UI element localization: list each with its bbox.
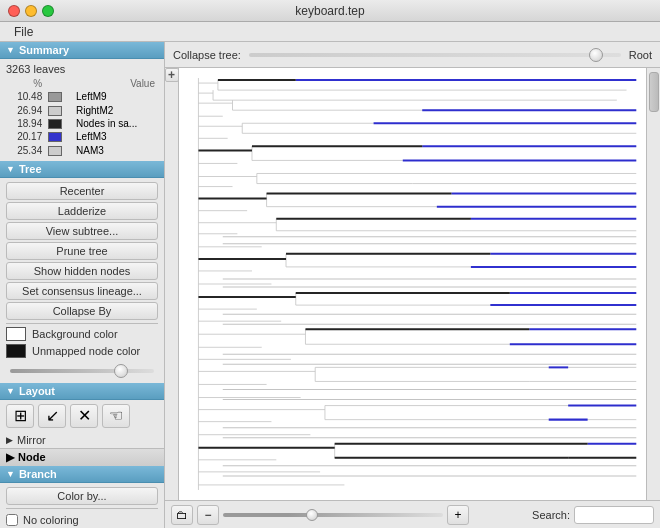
tree-separator (6, 323, 158, 324)
v-scroll-thumb[interactable] (649, 72, 659, 112)
value-header: Value (45, 77, 158, 90)
bg-color-row: Background color (6, 327, 158, 341)
unmapped-color-row: Unmapped node color (6, 344, 158, 358)
legend-pct-0: 10.48 (6, 90, 45, 103)
search-input[interactable] (574, 506, 654, 524)
tree-slider[interactable] (10, 369, 154, 373)
zoom-out-btn[interactable]: − (197, 505, 219, 525)
collapse-bar: Collapse tree: Root (165, 42, 660, 68)
node-header[interactable]: ▶ Node (0, 449, 164, 466)
bg-color-label: Background color (32, 328, 118, 340)
menu-bar: File (0, 22, 660, 42)
search-label: Search: (532, 509, 570, 521)
leaves-count: 3263 leaves (6, 63, 158, 75)
collapse-by-button[interactable]: Collapse By (6, 302, 158, 320)
minimize-button[interactable] (25, 5, 37, 17)
summary-content: 3263 leaves % Value 10.48 LeftM9 26.94 R… (0, 59, 164, 161)
layout-icon-cross[interactable]: ✕ (70, 404, 98, 428)
layout-icon-hand[interactable]: ☜ (102, 404, 130, 428)
legend-label-0: LeftM9 (73, 90, 158, 103)
window-title: keyboard.tep (295, 4, 364, 18)
branch-content: Color by... No coloring Majority colorin… (0, 483, 164, 528)
window-controls (8, 5, 54, 17)
tree-label: Tree (19, 163, 42, 175)
tree-content: Recenter Ladderize View subtree... Prune… (0, 178, 164, 383)
no-coloring-row: No coloring (6, 512, 158, 528)
layout-arrow: ▼ (6, 386, 15, 396)
zoom-in-btn[interactable]: + (447, 505, 469, 525)
tree-svg (179, 68, 646, 500)
main-layout: ▼ Summary 3263 leaves % Value 10.48 Left… (0, 42, 660, 528)
legend-row-1: 26.94 RightM2 (6, 103, 158, 116)
legend-label-1: RightM2 (73, 103, 158, 116)
legend-row-3: 20.17 LeftM3 (6, 130, 158, 143)
recenter-button[interactable]: Recenter (6, 182, 158, 200)
legend-color-2 (45, 117, 73, 130)
mirror-arrow: ▶ (6, 435, 13, 445)
layout-icon-diagonal[interactable]: ↙ (38, 404, 66, 428)
legend-table: % Value 10.48 LeftM9 26.94 RightM2 18.94… (6, 77, 158, 157)
tree-area[interactable] (179, 68, 646, 500)
no-coloring-check[interactable] (6, 514, 18, 526)
node-arrow: ▶ (6, 451, 14, 464)
title-bar: keyboard.tep (0, 0, 660, 22)
legend-pct-2: 18.94 (6, 117, 45, 130)
close-button[interactable] (8, 5, 20, 17)
legend-pct-1: 26.94 (6, 103, 45, 116)
tree-arrow: ▼ (6, 164, 15, 174)
collapse-slider[interactable] (249, 53, 621, 57)
legend-row-0: 10.48 LeftM9 (6, 90, 158, 103)
legend-label-3: LeftM3 (73, 130, 158, 143)
prune-tree-button[interactable]: Prune tree (6, 242, 158, 260)
node-label: Node (18, 451, 46, 463)
tree-slider-container (6, 361, 158, 377)
root-label: Root (629, 49, 652, 61)
bottom-bar: 🗀 − + Search: (165, 500, 660, 528)
legend-pct-3: 20.17 (6, 130, 45, 143)
left-panel: ▼ Summary 3263 leaves % Value 10.48 Left… (0, 42, 165, 528)
legend-label-4: NAM3 (73, 143, 158, 156)
v-scrollbar[interactable] (646, 68, 660, 500)
branch-sep1 (6, 508, 158, 509)
view-subtree-button[interactable]: View subtree... (6, 222, 158, 240)
layout-icons: ⊞ ↙ ✕ ☜ (0, 400, 164, 432)
scroll-plus-left[interactable]: + (165, 68, 179, 82)
collapse-tree-label: Collapse tree: (173, 49, 241, 61)
unmapped-color-swatch[interactable] (6, 344, 26, 358)
bottom-slider[interactable] (223, 513, 443, 517)
branch-arrow: ▼ (6, 469, 15, 479)
ladderize-button[interactable]: Ladderize (6, 202, 158, 220)
legend-pct-4: 25.34 (6, 143, 45, 156)
summary-label: Summary (19, 44, 69, 56)
maximize-button[interactable] (42, 5, 54, 17)
summary-arrow: ▼ (6, 45, 15, 55)
consensus-lineage-button[interactable]: Set consensus lineage... (6, 282, 158, 300)
folder-icon-btn[interactable]: 🗀 (171, 505, 193, 525)
branch-header[interactable]: ▼ Branch (0, 466, 164, 483)
layout-label: Layout (19, 385, 55, 397)
tree-header[interactable]: ▼ Tree (0, 161, 164, 178)
right-main: + (165, 68, 660, 500)
summary-header[interactable]: ▼ Summary (0, 42, 164, 59)
legend-row-2: 18.94 Nodes in sa... (6, 117, 158, 130)
layout-icon-grid[interactable]: ⊞ (6, 404, 34, 428)
bg-color-swatch[interactable] (6, 327, 26, 341)
color-by-button[interactable]: Color by... (6, 487, 158, 505)
node-section: ▶ Node (0, 448, 164, 466)
unmapped-color-label: Unmapped node color (32, 345, 140, 357)
mirror-row[interactable]: ▶ Mirror (0, 432, 164, 448)
left-tree-scroll: + (165, 68, 179, 500)
percent-header: % (6, 77, 45, 90)
legend-color-4 (45, 143, 73, 156)
menu-file[interactable]: File (8, 25, 39, 39)
no-coloring-label: No coloring (23, 514, 79, 526)
show-hidden-button[interactable]: Show hidden nodes (6, 262, 158, 280)
right-panel: Collapse tree: Root + (165, 42, 660, 528)
branch-label: Branch (19, 468, 57, 480)
layout-header[interactable]: ▼ Layout (0, 383, 164, 400)
legend-color-1 (45, 103, 73, 116)
mirror-label: Mirror (17, 434, 46, 446)
legend-row-4: 25.34 NAM3 (6, 143, 158, 156)
legend-color-3 (45, 130, 73, 143)
legend-label-2: Nodes in sa... (73, 117, 158, 130)
